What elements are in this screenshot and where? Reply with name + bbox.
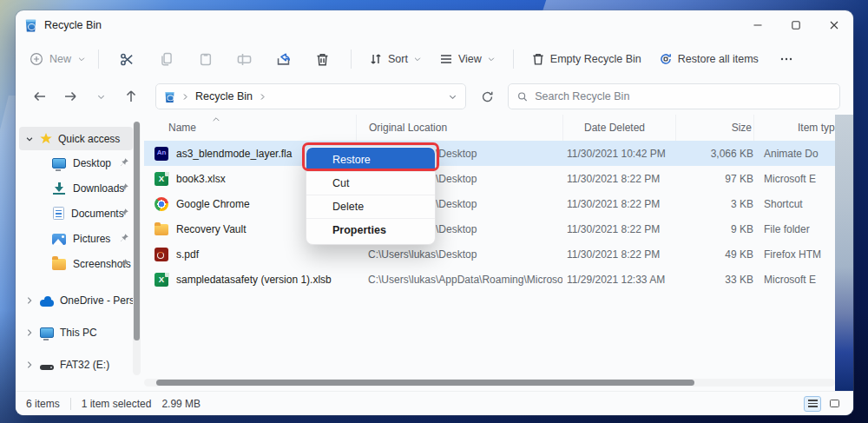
sidebar-item[interactable]: This PC [19, 320, 133, 346]
item-type-cell: Animate Do [753, 148, 835, 160]
breadcrumb[interactable]: Recycle Bin [155, 83, 466, 109]
original-location-cell: C:\Users\lukas\Desktop [356, 248, 562, 261]
sidebar-item[interactable]: FAT32 (E:) [19, 352, 133, 378]
new-button[interactable]: New [30, 52, 86, 66]
chevron-down-icon [96, 92, 106, 102]
column-header-name[interactable]: Name [144, 115, 356, 141]
original-location-cell: C:\Users\lukas\AppData\Roaming\Microsoft… [356, 274, 562, 286]
file-explorer-window: Recycle Bin New [16, 10, 853, 415]
address-bar: Recycle Bin [16, 78, 853, 115]
chevron-right-icon [25, 360, 34, 369]
date-deleted-cell: 11/30/2021 8:22 PM [562, 173, 675, 185]
sidebar-item[interactable]: Documents [19, 201, 133, 226]
ellipsis-icon [779, 52, 793, 66]
view-toggles [804, 396, 843, 412]
trash-icon [531, 52, 545, 66]
table-row[interactable]: book3.xlsx C:\Users\lukas\Desktop 11/30/… [144, 166, 835, 191]
sidebar-item[interactable]: Screenshots [19, 251, 133, 276]
sort-button[interactable]: Sort [369, 52, 422, 66]
minimize-button[interactable] [739, 10, 777, 40]
column-header-size[interactable]: Size [675, 115, 753, 141]
column-header-date-deleted[interactable]: Date Deleted [562, 115, 675, 141]
table-row[interactable]: Recovery Vault C:\Users\lukas\Desktop 11… [144, 216, 835, 241]
sidebar-item-label: Desktop [73, 157, 111, 169]
context-menu-item[interactable]: Cut [306, 171, 435, 195]
chevron-down-icon [77, 55, 86, 63]
copy-button[interactable] [147, 52, 186, 66]
file-type-icon [155, 147, 168, 161]
sidebar-item-label: Downloads [73, 182, 124, 195]
table-row[interactable]: Google Chrome C:\Users\lukas\Desktop 11/… [144, 191, 835, 216]
recycle-bin-icon [165, 90, 174, 102]
see-more-button[interactable] [779, 52, 793, 66]
cut-button[interactable] [108, 52, 147, 67]
maximize-button[interactable] [777, 10, 815, 40]
up-button[interactable] [120, 89, 142, 103]
file-name: sampledatasafety (version 1).xlsb [176, 274, 332, 286]
horizontal-scrollbar[interactable] [144, 379, 835, 387]
titlebar: Recycle Bin [16, 10, 853, 40]
restore-all-items-button[interactable]: Restore all items [659, 52, 759, 66]
toolbar-divider [98, 50, 99, 69]
horizontal-scrollbar-thumb[interactable] [156, 380, 694, 386]
sidebar-item-icon [52, 234, 66, 245]
sidebar-item[interactable]: Pictures [19, 226, 133, 251]
search-input[interactable] [535, 90, 831, 102]
context-menu-item[interactable]: Restore [306, 148, 435, 171]
column-header-item-type[interactable]: Item type [753, 115, 835, 141]
toolbar-divider [513, 50, 514, 69]
date-deleted-cell: 11/30/2021 8:22 PM [562, 248, 675, 261]
pin-icon [119, 157, 129, 168]
refresh-button[interactable] [474, 90, 500, 103]
context-menu-item[interactable]: Properties [306, 218, 435, 241]
paste-button[interactable] [186, 52, 225, 66]
arrow-left-icon [33, 89, 47, 103]
address-dropdown-button[interactable] [448, 92, 457, 102]
table-row[interactable]: as3_blendmode_layer.fla C:\Users\lukas\D… [144, 141, 835, 166]
empty-recycle-bin-label: Empty Recycle Bin [550, 53, 641, 65]
column-header-original-location[interactable]: Original Location [356, 115, 562, 141]
clipboard-paste-icon [199, 52, 213, 66]
file-name: Recovery Vault [176, 223, 246, 235]
share-button[interactable] [264, 52, 303, 67]
command-toolbar: New Sort [16, 40, 853, 78]
selection-count: 1 item selected [82, 398, 152, 410]
window-controls [739, 10, 853, 40]
back-button[interactable] [29, 89, 51, 103]
size-cell: 3 KB [675, 198, 753, 210]
table-row[interactable]: s.pdf C:\Users\lukas\Desktop 11/30/2021 … [144, 241, 835, 267]
date-deleted-cell: 11/30/2021 10:42 PM [562, 148, 675, 160]
forward-button[interactable] [59, 89, 82, 103]
sidebar-item[interactable]: OneDrive - Perso [19, 288, 133, 314]
date-deleted-cell: 11/30/2021 8:22 PM [562, 198, 675, 210]
sidebar-item-icon [40, 365, 54, 370]
scissors-icon [120, 52, 135, 67]
close-button[interactable] [815, 10, 853, 40]
thumbnails-view-button[interactable] [825, 396, 843, 412]
sidebar-item-icon [40, 298, 54, 307]
sidebar-item[interactable]: Desktop [19, 150, 133, 175]
item-type-cell: Shortcut [753, 198, 835, 210]
recent-locations-button[interactable] [89, 92, 112, 102]
date-deleted-cell: 11/30/2021 8:22 PM [562, 223, 675, 235]
sidebar-item[interactable]: Downloads [19, 175, 133, 201]
toolbar-divider [351, 50, 352, 69]
view-button[interactable]: View [439, 52, 496, 66]
rename-button[interactable] [225, 52, 264, 67]
table-row[interactable]: sampledatasafety (version 1).xlsb C:\Use… [144, 267, 835, 292]
details-view-button[interactable] [804, 396, 821, 412]
file-type-icon [155, 248, 168, 261]
sidebar-item-label: Pictures [73, 233, 110, 245]
status-divider [70, 398, 71, 410]
empty-recycle-bin-button[interactable]: Empty Recycle Bin [531, 52, 641, 66]
delete-button[interactable] [303, 52, 342, 67]
sidebar-item-quick-access[interactable]: Quick access [19, 127, 133, 150]
context-menu-item[interactable]: Delete [306, 195, 435, 218]
search-box [508, 83, 840, 109]
size-cell: 97 KB [675, 173, 753, 185]
file-list-pane: Name Original Location Date Deleted Size… [144, 115, 835, 391]
chevron-right-icon [25, 328, 34, 337]
sidebar-scrollbar-thumb[interactable] [134, 122, 140, 340]
sidebar-scrollbar[interactable] [133, 122, 141, 375]
breadcrumb-item[interactable]: Recycle Bin [195, 90, 253, 102]
